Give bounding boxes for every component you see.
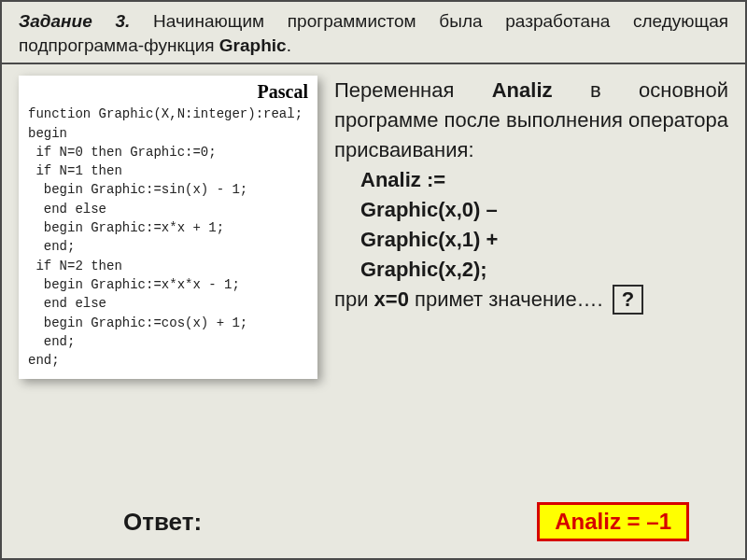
- answer-label: Ответ:: [123, 508, 202, 537]
- explain-paragraph-2: при x=0 примет значение…. ?: [334, 285, 728, 315]
- answer-box: Analiz = –1: [537, 502, 689, 541]
- content-row: Pascal function Graphic(X,N:integer):rea…: [2, 64, 745, 388]
- variable-name: Analiz: [492, 78, 553, 102]
- code-listing: function Graphic(X,N:integer):real; begi…: [28, 105, 308, 370]
- expr-line-4: Graphic(x,2);: [334, 255, 728, 285]
- code-card: Pascal function Graphic(X,N:integer):rea…: [19, 76, 317, 379]
- p1-prefix: Переменная: [334, 78, 492, 102]
- p2-suffix: примет значение….: [409, 287, 603, 311]
- expr-line-1: Analiz :=: [334, 165, 728, 195]
- exercise-card: Задание 3. Начинающим программистом была…: [0, 0, 747, 560]
- x-value: x=0: [374, 287, 409, 311]
- answer-row: Ответ: Analiz = –1: [2, 502, 745, 541]
- question-mark-box: ?: [613, 285, 643, 315]
- expr-line-2: Graphic(x,0) –: [334, 195, 728, 225]
- task-lead: Задание 3.: [19, 11, 130, 31]
- explain-paragraph-1: Переменная Analiz в основной программе п…: [334, 76, 728, 165]
- code-language-label: Pascal: [28, 81, 308, 103]
- function-name: Graphic: [219, 35, 287, 55]
- expr-line-3: Graphic(x,1) +: [334, 225, 728, 255]
- task-header: Задание 3. Начинающим программистом была…: [2, 2, 745, 64]
- task-tail: .: [287, 35, 291, 55]
- explanation: Переменная Analiz в основной программе п…: [334, 76, 728, 315]
- p2-prefix: при: [334, 287, 374, 311]
